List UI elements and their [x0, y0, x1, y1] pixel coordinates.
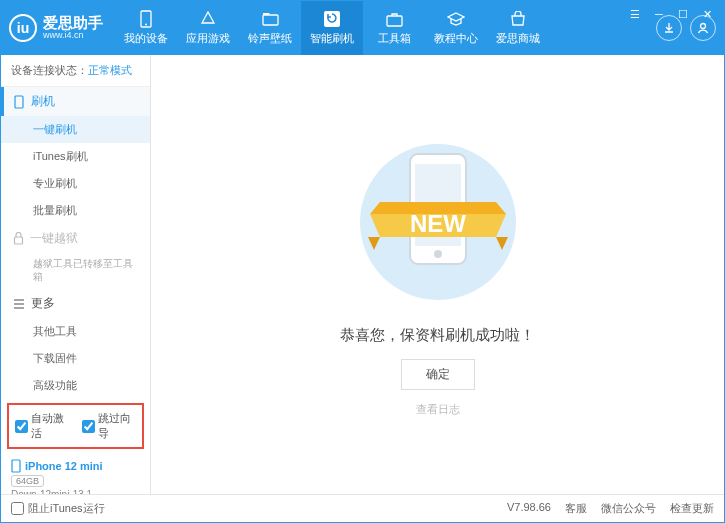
storage-badge: 64GB — [11, 475, 44, 487]
maximize-icon[interactable]: ☐ — [673, 4, 693, 24]
store-icon — [509, 10, 527, 28]
sidebar-head-flash[interactable]: 刷机 — [1, 87, 150, 116]
success-illustration: NEW — [338, 132, 538, 312]
phone-icon — [11, 459, 21, 473]
list-icon — [13, 299, 25, 309]
svg-rect-7 — [15, 237, 23, 244]
minimize-icon[interactable]: ─ — [649, 4, 669, 24]
footer-right: V7.98.66 客服 微信公众号 检查更新 — [507, 501, 714, 516]
options-checkboxes: 自动激活 跳过向导 — [7, 403, 144, 449]
nav-smart-flash[interactable]: 智能刷机 — [301, 1, 363, 55]
nav-label: 铃声壁纸 — [248, 31, 292, 46]
checkbox-skip-guide[interactable]: 跳过向导 — [82, 411, 137, 441]
sidebar-group-more: 更多 其他工具 下载固件 高级功能 — [1, 289, 150, 399]
new-badge-text: NEW — [410, 210, 466, 237]
logo-icon: iu — [9, 14, 37, 42]
nav-label: 爱思商城 — [496, 31, 540, 46]
svg-rect-4 — [387, 16, 402, 26]
nav-tutorial[interactable]: 教程中心 — [425, 1, 487, 55]
sidebar-item-oneclick-flash[interactable]: 一键刷机 — [1, 116, 150, 143]
device-info: iPhone 12 mini 64GB Down-12mini-13,1 — [1, 453, 150, 494]
lock-icon — [13, 232, 24, 245]
svg-rect-8 — [12, 460, 20, 472]
footer: 阻止iTunes运行 V7.98.66 客服 微信公众号 检查更新 — [1, 494, 724, 522]
logo-title: 爱思助手 — [43, 15, 103, 32]
phone-icon — [13, 95, 25, 109]
phone-icon — [137, 10, 155, 28]
checkbox-label: 跳过向导 — [98, 411, 137, 441]
sidebar-head-label: 刷机 — [31, 93, 55, 110]
svg-rect-3 — [324, 11, 340, 27]
footer-link-update[interactable]: 检查更新 — [670, 501, 714, 516]
sidebar-head-label: 一键越狱 — [30, 230, 78, 247]
nav-toolbox[interactable]: 工具箱 — [363, 1, 425, 55]
nav-label: 教程中心 — [434, 31, 478, 46]
close-icon[interactable]: ✕ — [697, 4, 717, 24]
svg-point-5 — [701, 24, 706, 29]
checkbox-block-itunes[interactable]: 阻止iTunes运行 — [11, 501, 105, 516]
svg-point-12 — [434, 250, 442, 258]
sidebar-item-other-tools[interactable]: 其他工具 — [1, 318, 150, 345]
svg-rect-2 — [263, 15, 278, 25]
sidebar-head-jailbreak: 一键越狱 — [1, 224, 150, 253]
main-content: NEW 恭喜您，保资料刷机成功啦！ 确定 查看日志 — [151, 55, 724, 494]
sidebar-item-batch-flash[interactable]: 批量刷机 — [1, 197, 150, 224]
sidebar-item-itunes-flash[interactable]: iTunes刷机 — [1, 143, 150, 170]
sidebar-head-more[interactable]: 更多 — [1, 289, 150, 318]
checkbox-label: 自动激活 — [31, 411, 70, 441]
nav-my-device[interactable]: 我的设备 — [115, 1, 177, 55]
header: iu 爱思助手 www.i4.cn 我的设备 应用游戏 铃声壁纸 智能刷机 — [1, 1, 724, 55]
svg-point-1 — [145, 24, 147, 26]
nav-label: 工具箱 — [378, 31, 411, 46]
device-name[interactable]: iPhone 12 mini — [11, 459, 140, 473]
nav-label: 智能刷机 — [310, 31, 354, 46]
nav-label: 应用游戏 — [186, 31, 230, 46]
sidebar-head-label: 更多 — [31, 295, 55, 312]
window-controls: ☰ ─ ☐ ✕ — [625, 4, 717, 24]
logo-subtitle: www.i4.cn — [43, 31, 103, 41]
folder-icon — [261, 10, 279, 28]
app-logo: iu 爱思助手 www.i4.cn — [9, 14, 103, 42]
device-status: 设备连接状态：正常模式 — [1, 55, 150, 87]
success-message: 恭喜您，保资料刷机成功啦！ — [340, 326, 535, 345]
nav-store[interactable]: 爱思商城 — [487, 1, 549, 55]
footer-link-support[interactable]: 客服 — [565, 501, 587, 516]
main-nav: 我的设备 应用游戏 铃声壁纸 智能刷机 工具箱 教程中心 — [115, 1, 656, 55]
checkbox-auto-activate[interactable]: 自动激活 — [15, 411, 70, 441]
jailbreak-note: 越狱工具已转移至工具箱 — [1, 253, 150, 289]
sidebar-item-pro-flash[interactable]: 专业刷机 — [1, 170, 150, 197]
body: 设备连接状态：正常模式 刷机 一键刷机 iTunes刷机 专业刷机 批量刷机 一… — [1, 55, 724, 494]
sidebar-group-flash: 刷机 一键刷机 iTunes刷机 专业刷机 批量刷机 — [1, 87, 150, 224]
status-label: 设备连接状态： — [11, 64, 88, 76]
nav-apps-games[interactable]: 应用游戏 — [177, 1, 239, 55]
sidebar-item-advanced[interactable]: 高级功能 — [1, 372, 150, 399]
view-log-link[interactable]: 查看日志 — [416, 402, 460, 417]
menu-icon[interactable]: ☰ — [625, 4, 645, 24]
svg-rect-6 — [15, 96, 23, 108]
apps-icon — [199, 10, 217, 28]
nav-ringtone-wallpaper[interactable]: 铃声壁纸 — [239, 1, 301, 55]
footer-link-wechat[interactable]: 微信公众号 — [601, 501, 656, 516]
graduation-icon — [447, 10, 465, 28]
version-text: V7.98.66 — [507, 501, 551, 516]
toolbox-icon — [385, 10, 403, 28]
app-window: ☰ ─ ☐ ✕ iu 爱思助手 www.i4.cn 我的设备 应用游戏 铃声壁纸 — [0, 0, 725, 523]
refresh-icon — [323, 10, 341, 28]
nav-label: 我的设备 — [124, 31, 168, 46]
sidebar-group-jailbreak: 一键越狱 越狱工具已转移至工具箱 — [1, 224, 150, 289]
sidebar-item-download-firmware[interactable]: 下载固件 — [1, 345, 150, 372]
sidebar: 设备连接状态：正常模式 刷机 一键刷机 iTunes刷机 专业刷机 批量刷机 一… — [1, 55, 151, 494]
status-value: 正常模式 — [88, 64, 132, 76]
ok-button[interactable]: 确定 — [401, 359, 475, 390]
checkbox-label: 阻止iTunes运行 — [28, 501, 105, 516]
